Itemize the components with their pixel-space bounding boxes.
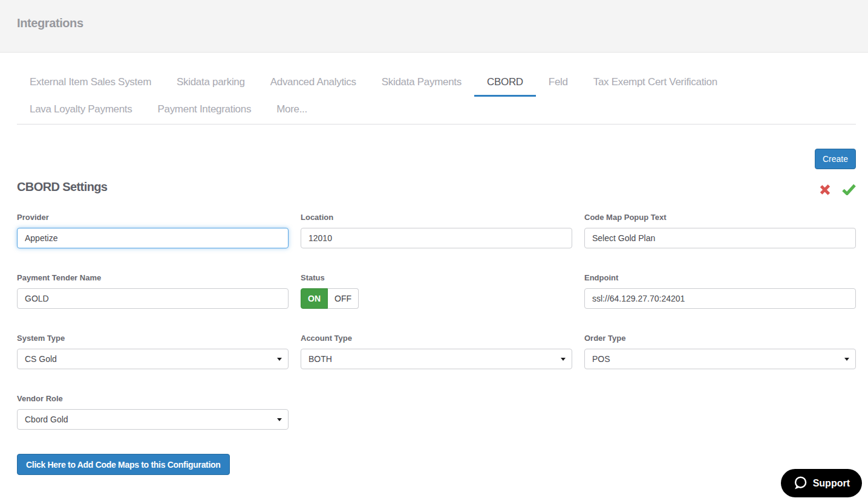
account-type-value: BOTH (308, 354, 332, 364)
status-on-button[interactable]: ON (301, 288, 328, 309)
page-title: Integrations (0, 0, 868, 30)
x-icon[interactable] (820, 184, 830, 195)
provider-field: Provider (17, 213, 289, 248)
tab-lava-loyalty-payments[interactable]: Lava Loyalty Payments (17, 97, 145, 124)
order-type-select[interactable]: POS (584, 349, 856, 369)
status-field: Status ON OFF (301, 273, 572, 309)
tab-more[interactable]: More... (264, 97, 320, 124)
form-row-2: Payment Tender Name Status ON OFF Endpoi… (17, 273, 856, 309)
order-type-label: Order Type (584, 334, 856, 343)
chevron-down-icon (277, 418, 282, 421)
status-off-button[interactable]: OFF (328, 288, 359, 309)
form-row-1: Provider Location Code Map Popup Text (17, 213, 856, 248)
vendor-role-select[interactable]: Cbord Gold (17, 409, 289, 430)
order-type-field: Order Type POS (584, 334, 856, 369)
section-icons (820, 184, 856, 195)
account-type-field: Account Type BOTH (301, 334, 572, 369)
chevron-down-icon (844, 358, 849, 361)
check-icon[interactable] (842, 184, 856, 195)
location-input[interactable] (301, 228, 572, 248)
code-map-popup-text-field: Code Map Popup Text (584, 213, 856, 248)
section-title: CBORD Settings (17, 180, 107, 194)
provider-input[interactable] (17, 228, 289, 248)
chevron-down-icon (277, 358, 282, 361)
location-label: Location (301, 213, 572, 222)
payment-tender-name-field: Payment Tender Name (17, 273, 289, 309)
endpoint-label: Endpoint (584, 273, 856, 283)
support-label: Support (813, 478, 850, 489)
tab-advanced-analytics[interactable]: Advanced Analytics (258, 69, 369, 97)
main-content: Create CBORD Settings Provider Loc (0, 149, 868, 475)
form-row-3: System Type CS Gold Account Type BOTH Or… (17, 334, 856, 369)
tab-cbord[interactable]: CBORD (474, 69, 536, 97)
account-type-label: Account Type (301, 334, 572, 343)
provider-label: Provider (17, 213, 289, 222)
vendor-role-label: Vendor Role (17, 394, 289, 404)
create-button[interactable]: Create (815, 149, 856, 169)
tab-skidata-parking[interactable]: Skidata parking (164, 69, 258, 97)
payment-tender-name-label: Payment Tender Name (17, 273, 289, 283)
system-type-value: CS Gold (25, 354, 57, 364)
chat-bubble-icon (793, 476, 808, 491)
tab-bar: External Item Sales System Skidata parki… (17, 69, 856, 124)
form-row-4: Vendor Role Cbord Gold (17, 394, 856, 430)
payment-tender-name-input[interactable] (17, 288, 289, 309)
tab-external-item-sales-system[interactable]: External Item Sales System (17, 69, 164, 97)
tab-payment-integrations[interactable]: Payment Integrations (145, 97, 264, 124)
support-launcher[interactable]: Support (781, 469, 862, 497)
create-row: Create (17, 149, 856, 169)
cbord-settings-form: Provider Location Code Map Popup Text Pa… (17, 213, 856, 475)
chevron-down-icon (561, 358, 566, 361)
code-map-popup-text-label: Code Map Popup Text (584, 213, 856, 222)
system-type-field: System Type CS Gold (17, 334, 289, 369)
endpoint-input[interactable] (584, 288, 856, 309)
system-type-select[interactable]: CS Gold (17, 349, 289, 369)
code-map-popup-text-input[interactable] (584, 228, 856, 248)
add-code-maps-button[interactable]: Click Here to Add Code Maps to this Conf… (17, 454, 230, 475)
account-type-select[interactable]: BOTH (301, 349, 572, 369)
vendor-role-value: Cbord Gold (25, 415, 68, 424)
status-toggle: ON OFF (301, 288, 359, 309)
status-label: Status (301, 273, 572, 283)
system-type-label: System Type (17, 334, 289, 343)
tab-feld[interactable]: Feld (536, 69, 581, 97)
order-type-value: POS (592, 354, 610, 364)
tab-skidata-payments[interactable]: Skidata Payments (369, 69, 474, 97)
page-header: Integrations (0, 0, 868, 53)
endpoint-field: Endpoint (584, 273, 856, 309)
tab-tax-exempt-cert-verification[interactable]: Tax Exempt Cert Verification (581, 69, 730, 97)
vendor-role-field: Vendor Role Cbord Gold (17, 394, 289, 430)
location-field: Location (301, 213, 572, 248)
section-head: CBORD Settings (17, 179, 856, 195)
